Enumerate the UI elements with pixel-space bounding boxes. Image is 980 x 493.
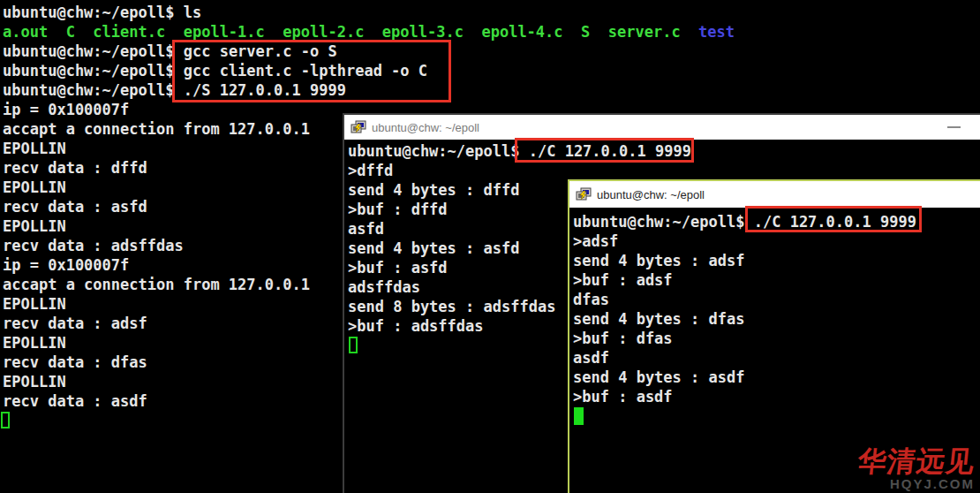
server-terminal-cursor bbox=[1, 412, 10, 429]
terminal-line: >buf : asdf bbox=[573, 387, 980, 406]
terminal-line: >adsf bbox=[573, 231, 980, 251]
terminal-line: ubuntu@chw:~/epoll$ ls bbox=[3, 3, 980, 22]
terminal-line: ubuntu@chw:~/epoll$ ./C 127.0.0.1 9999 bbox=[573, 212, 980, 231]
client2-terminal-output[interactable]: ubuntu@chw:~/epoll$ ./C 127.0.0.1 9999>a… bbox=[569, 208, 980, 406]
minimize-button[interactable] bbox=[947, 126, 961, 128]
window-title: ubuntu@chw: ~/epoll bbox=[597, 188, 705, 201]
window-title: ubuntu@chw: ~/epoll bbox=[372, 121, 479, 134]
watermark-brand: 华清远见 bbox=[856, 446, 976, 476]
terminal-line: >buf : dfas bbox=[573, 329, 980, 348]
watermark: 华清远见 HQYJ.COM bbox=[858, 446, 975, 491]
terminal-line: ubuntu@chw:~/epoll$ ./C 127.0.0.1 9999 bbox=[348, 141, 980, 161]
terminal-line: send 4 bytes : asdf bbox=[573, 368, 980, 387]
terminal-line: send 4 bytes : dfas bbox=[573, 309, 980, 329]
terminal-line: ubuntu@chw:~/epoll$ ./S 127.0.0.1 9999 bbox=[3, 80, 980, 100]
putty-icon bbox=[351, 120, 366, 134]
terminal-line: >dffd bbox=[348, 161, 980, 180]
watermark-domain: HQYJ.COM bbox=[858, 476, 975, 491]
terminal-line: ubuntu@chw:~/epoll$ gcc server.c -o S bbox=[3, 42, 980, 61]
client2-title-bar[interactable]: ubuntu@chw: ~/epoll bbox=[569, 181, 980, 208]
terminal-line: a.out C client.c epoll-1.c epoll-2.c epo… bbox=[3, 22, 980, 42]
terminal-line: ubuntu@chw:~/epoll$ gcc client.c -lpthre… bbox=[3, 61, 980, 80]
terminal-line: dfas bbox=[573, 290, 980, 309]
terminal-line: asdf bbox=[573, 348, 980, 368]
client1-title-bar[interactable]: ubuntu@chw: ~/epoll bbox=[344, 115, 980, 140]
putty-icon bbox=[576, 187, 592, 201]
terminal-line: >buf : adsf bbox=[573, 270, 980, 290]
client2-terminal-cursor bbox=[574, 407, 584, 425]
terminal-line: send 4 bytes : adsf bbox=[573, 251, 980, 270]
client1-terminal-cursor bbox=[349, 337, 358, 353]
